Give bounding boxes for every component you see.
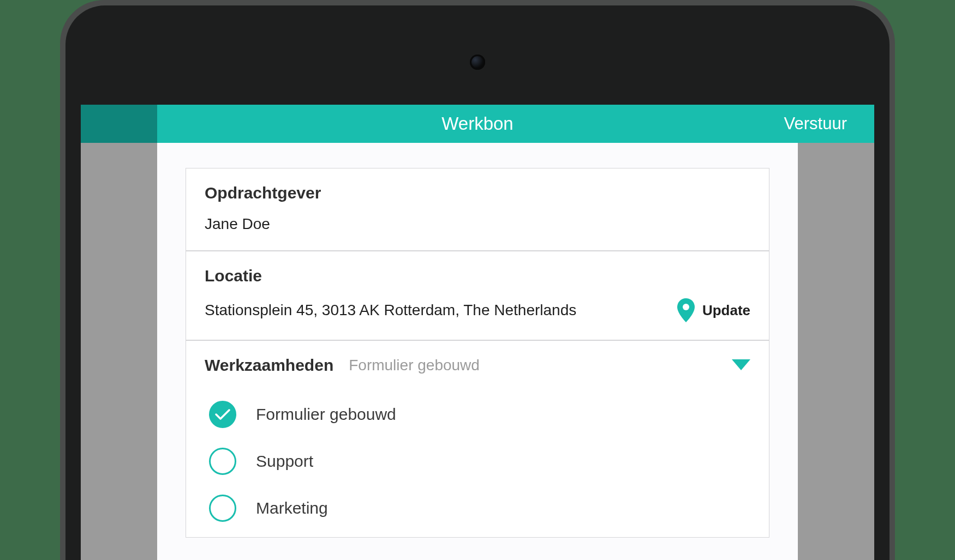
- page-title: Werkbon: [441, 113, 513, 134]
- tablet-bezel: Werkbon Verstuur Opdrachtgever Jane Doe …: [65, 5, 890, 560]
- location-label: Locatie: [205, 267, 750, 285]
- tablet-frame: Werkbon Verstuur Opdrachtgever Jane Doe …: [60, 0, 895, 560]
- update-location-button[interactable]: Update: [677, 298, 750, 322]
- activities-label: Werkzaamheden: [205, 356, 333, 375]
- radio-unchecked-icon: [209, 495, 236, 522]
- location-value: Stationsplein 45, 3013 AK Rotterdam, The…: [205, 302, 576, 319]
- app-header: Werkbon Verstuur: [81, 105, 874, 143]
- activity-option-marketing[interactable]: Marketing: [205, 485, 750, 532]
- tablet-camera: [470, 55, 485, 70]
- header-accent-block: [81, 105, 157, 143]
- activity-option-label: Marketing: [256, 499, 328, 517]
- activities-dropdown[interactable]: Werkzaamheden Formulier gebouwd: [205, 356, 750, 375]
- activity-option-formulier-gebouwd[interactable]: Formulier gebouwd: [205, 391, 750, 438]
- activity-option-label: Formulier gebouwd: [256, 405, 396, 424]
- radio-unchecked-icon: [209, 448, 236, 475]
- location-section: Locatie Stationsplein 45, 3013 AK Rotter…: [186, 251, 769, 341]
- activities-section: Werkzaamheden Formulier gebouwd: [186, 341, 769, 537]
- content-zone: Opdrachtgever Jane Doe Locatie Stationsp…: [157, 143, 798, 560]
- client-section: Opdrachtgever Jane Doe: [186, 168, 769, 251]
- caret-down-icon: [732, 359, 750, 370]
- update-location-label: Update: [702, 302, 750, 319]
- screen: Werkbon Verstuur Opdrachtgever Jane Doe …: [81, 105, 874, 560]
- client-label: Opdrachtgever: [205, 184, 750, 202]
- svg-point-0: [683, 304, 689, 310]
- activity-option-support[interactable]: Support: [205, 438, 750, 485]
- activity-option-label: Support: [256, 452, 313, 471]
- client-value[interactable]: Jane Doe: [205, 215, 750, 233]
- radio-checked-icon: [209, 401, 236, 428]
- activities-selected-value: Formulier gebouwd: [349, 357, 480, 374]
- send-button[interactable]: Verstuur: [784, 114, 847, 134]
- map-pin-icon: [677, 298, 695, 322]
- form-card: Opdrachtgever Jane Doe Locatie Stationsp…: [186, 168, 769, 538]
